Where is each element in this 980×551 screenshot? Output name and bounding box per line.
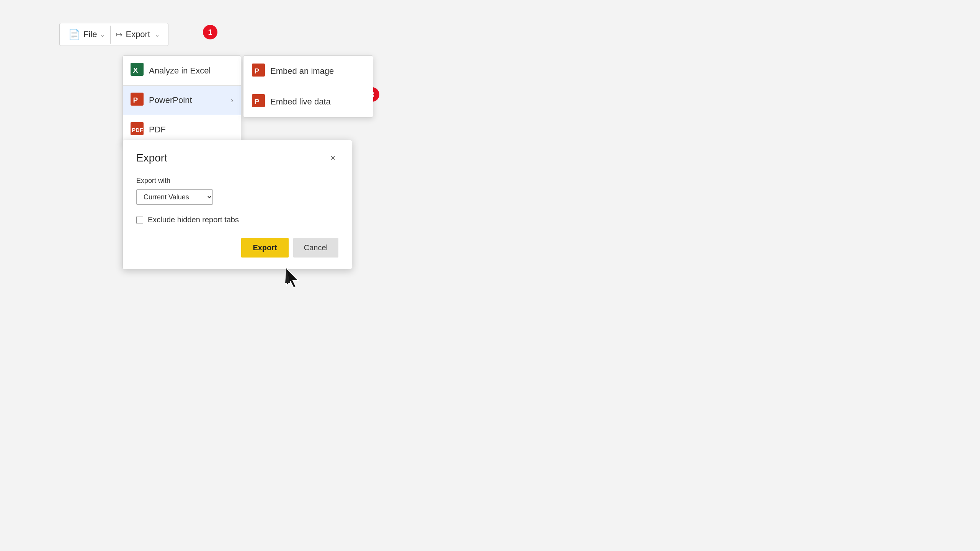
ppt-embed-image-icon: P: [252, 64, 265, 79]
pdf-label: PDF: [149, 125, 166, 135]
svg-marker-10: [287, 269, 298, 288]
svg-text:PDF: PDF: [132, 127, 143, 133]
pdf-icon: PDF: [131, 122, 144, 137]
export-button[interactable]: Export: [241, 238, 288, 258]
export-dialog: Export × Export with Current Values Defa…: [122, 140, 352, 269]
exclude-hidden-label: Exclude hidden report tabs: [148, 215, 239, 224]
svg-text:X: X: [133, 66, 138, 74]
dialog-title: Export: [136, 152, 167, 164]
export-label: Export: [126, 29, 150, 39]
ppt-embed-live-icon: P: [252, 94, 265, 109]
analyze-label: Analyze in Excel: [149, 66, 211, 76]
export-dropdown: X Analyze in Excel P PowerPoint › PDF PD…: [122, 55, 241, 145]
svg-text:P: P: [254, 67, 259, 75]
menu-item-powerpoint[interactable]: P PowerPoint ›: [123, 86, 241, 115]
export-menu-button[interactable]: ↦ Export ⌄: [111, 26, 165, 42]
toolbar: 📄 File ⌄ ↦ Export ⌄: [59, 23, 168, 46]
export-with-label: Export with: [136, 177, 338, 185]
file-chevron-icon: ⌄: [100, 31, 105, 38]
dialog-close-button[interactable]: ×: [327, 152, 338, 165]
file-label: File: [83, 29, 97, 39]
export-with-select[interactable]: Current Values Default Values: [136, 189, 213, 205]
submenu-item-embed-image[interactable]: P Embed an image: [243, 56, 373, 86]
menu-item-analyze[interactable]: X Analyze in Excel: [123, 56, 241, 85]
cancel-button[interactable]: Cancel: [293, 238, 338, 258]
dialog-header: Export ×: [136, 152, 338, 165]
dialog-buttons: Export Cancel: [136, 238, 338, 258]
export-chevron-icon: ⌄: [155, 31, 160, 38]
export-arrow-icon: ↦: [116, 30, 122, 39]
ppt-icon: P: [131, 93, 144, 108]
step-badge-1: 1: [203, 25, 217, 39]
svg-text:P: P: [133, 96, 138, 104]
dialog-select-wrapper: Current Values Default Values: [136, 189, 338, 205]
embed-image-label: Embed an image: [270, 66, 334, 76]
svg-text:P: P: [254, 98, 259, 106]
powerpoint-label: PowerPoint: [149, 95, 192, 105]
file-icon: 📄: [68, 29, 80, 41]
checkbox-row: Exclude hidden report tabs: [136, 215, 338, 224]
embed-live-label: Embed live data: [270, 97, 331, 107]
file-menu-button[interactable]: 📄 File ⌄: [63, 26, 111, 44]
excel-icon: X: [131, 63, 144, 78]
powerpoint-chevron-icon: ›: [231, 96, 233, 104]
exclude-hidden-checkbox[interactable]: [136, 217, 143, 223]
powerpoint-submenu: P Embed an image P Embed live data: [243, 55, 373, 117]
submenu-item-embed-live[interactable]: P Embed live data: [243, 86, 373, 117]
